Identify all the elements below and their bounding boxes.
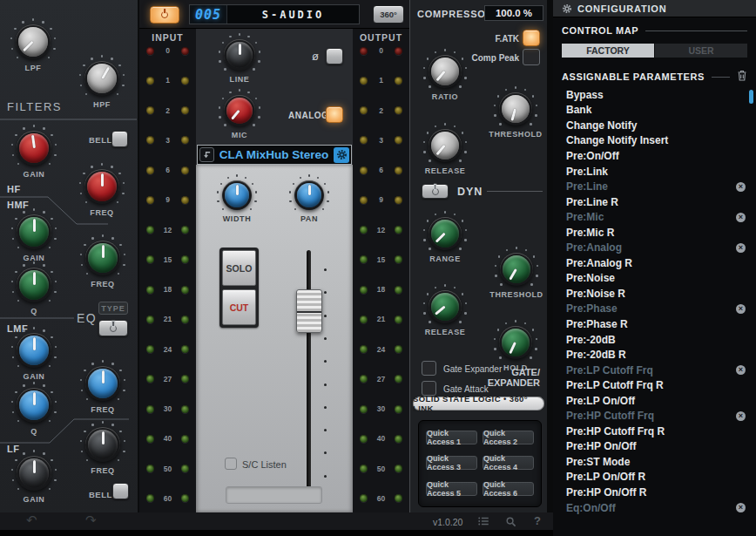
hf-bell-button[interactable] (111, 131, 128, 147)
pan-knob[interactable] (294, 180, 324, 210)
meter-row: 27 (146, 375, 189, 383)
width-knob[interactable] (222, 180, 252, 210)
parameter-row[interactable]: Pre:Noise R (553, 286, 756, 302)
parameter-row[interactable]: Pre:HP On/Off (553, 439, 756, 455)
quick-access-button[interactable]: Quick Access 1 (426, 431, 477, 444)
parameter-row[interactable]: Pre:-20dB R (553, 347, 756, 363)
parameter-row[interactable]: Bank (553, 103, 756, 119)
lmf-q-knob[interactable] (17, 388, 51, 423)
remove-parameter-icon[interactable]: × (736, 304, 746, 314)
parameter-row[interactable]: Pre:Mic× (553, 209, 756, 225)
analog-button[interactable] (326, 106, 343, 123)
quick-access-button[interactable]: Quick Access 3 (426, 456, 477, 470)
redo-icon[interactable]: ↷ (85, 512, 97, 528)
parameter-row[interactable]: Bypass (553, 87, 756, 103)
line-gain-knob[interactable] (224, 39, 255, 71)
remove-parameter-icon[interactable]: × (736, 182, 746, 192)
parameter-row[interactable]: Pre:Line× (553, 179, 756, 194)
phase-button[interactable] (326, 48, 343, 64)
hold-knob[interactable] (499, 326, 532, 359)
sc-listen-checkbox[interactable] (225, 458, 237, 470)
dyn-threshold-knob[interactable] (500, 253, 533, 286)
dyn-release-knob[interactable] (429, 290, 462, 323)
link-360-button[interactable]: 360° (373, 5, 404, 24)
parameter-row[interactable]: Pre:HP On/Off R (553, 485, 756, 500)
scrollbar-thumb[interactable] (749, 90, 753, 104)
trash-icon[interactable] (737, 69, 747, 85)
lf-bell-button[interactable] (112, 483, 129, 499)
undo-icon[interactable]: ↶ (26, 512, 37, 528)
remove-parameter-icon[interactable]: × (736, 365, 746, 375)
parameter-row[interactable]: Pre:HP Cutoff Frq× (553, 408, 756, 424)
parameter-row[interactable]: Pre:Noise (553, 271, 756, 287)
knob-tick (465, 229, 468, 232)
dyn-power-button[interactable] (422, 184, 449, 199)
channel-name-field[interactable] (226, 486, 322, 504)
preset-list-icon[interactable] (477, 515, 490, 531)
insert-back-button[interactable] (199, 147, 214, 162)
knob-tick (54, 479, 57, 482)
help-icon[interactable]: ? (534, 514, 541, 527)
meter-led (146, 375, 154, 383)
eq-type-button[interactable]: TYPE (98, 302, 128, 315)
parameter-row[interactable]: Pre:LP On/Off R (553, 470, 756, 485)
meter-scale-number: 27 (164, 375, 172, 383)
lf-freq-knob[interactable] (85, 427, 120, 462)
gate-expander-checkbox[interactable] (422, 361, 436, 376)
parameter-row[interactable]: Change Notify Insert (553, 133, 756, 149)
parameter-row[interactable]: Pre:Analog× (553, 240, 756, 255)
parameter-row[interactable]: Change Notify (553, 118, 756, 133)
fast-attack-button[interactable] (523, 30, 540, 46)
hf-freq-knob[interactable] (84, 169, 119, 204)
parameter-row[interactable]: Pre:On/Off (553, 148, 756, 164)
parameter-row[interactable]: Pre:HP Cutoff Frq R (553, 424, 756, 439)
parameter-row[interactable]: Pre:Phase R (553, 316, 756, 332)
lpf-knob[interactable] (16, 24, 51, 59)
parameter-row[interactable]: Pre:ST Mode (553, 454, 756, 470)
search-icon[interactable] (505, 515, 516, 531)
parameter-row[interactable]: Eq:On/Off× (553, 500, 756, 516)
quick-access-button[interactable]: Quick Access 6 (483, 482, 534, 496)
knob-tick (227, 177, 230, 180)
comp-threshold-knob[interactable] (499, 92, 532, 126)
tab-factory[interactable]: FACTORY (562, 44, 654, 58)
remove-parameter-icon[interactable]: × (736, 243, 746, 253)
comp-release-knob[interactable] (429, 129, 462, 162)
mic-gain-knob[interactable] (224, 95, 255, 126)
solo-button[interactable]: SOLO (222, 250, 256, 286)
hmf-gain-knob[interactable] (17, 214, 51, 249)
parameter-row[interactable]: Pre:Phase× (553, 302, 756, 317)
hf-gain-knob[interactable] (17, 131, 51, 166)
hpf-knob[interactable] (84, 61, 119, 96)
fader-handle[interactable] (296, 289, 322, 333)
remove-parameter-icon[interactable]: × (736, 503, 746, 512)
fader-track[interactable] (307, 250, 311, 495)
channel-power-button[interactable] (150, 6, 179, 24)
lmf-gain-knob[interactable] (17, 333, 51, 368)
remove-parameter-icon[interactable]: × (736, 411, 746, 421)
eq-power-button[interactable] (98, 320, 128, 336)
remove-parameter-icon[interactable]: × (736, 213, 746, 222)
hmf-q-knob[interactable] (17, 268, 51, 302)
parameter-row[interactable]: Pre:Analog R (553, 255, 756, 271)
parameter-row[interactable]: Pre:LP Cutoff Frq× (553, 363, 756, 378)
parameter-row[interactable]: Pre:Mic R (553, 225, 756, 241)
ratio-knob[interactable] (429, 55, 462, 88)
hmf-freq-knob[interactable] (85, 241, 120, 275)
compressor-amount-display[interactable]: 100.0 % (484, 5, 543, 21)
quick-access-button[interactable]: Quick Access 4 (483, 456, 534, 470)
parameter-row[interactable]: Pre:Line R (553, 194, 756, 210)
range-knob[interactable] (429, 217, 462, 250)
parameter-row[interactable]: Pre:-20dB (553, 332, 756, 348)
quick-access-button[interactable]: Quick Access 2 (483, 431, 534, 444)
tab-user[interactable]: USER (655, 44, 747, 58)
lf-gain-knob[interactable] (17, 456, 51, 491)
lmf-freq-knob[interactable] (85, 366, 120, 401)
parameter-row[interactable]: Pre:LP On/Off (553, 393, 756, 409)
parameter-row[interactable]: Pre:Link (553, 164, 756, 180)
plugin-settings-button[interactable] (334, 147, 349, 163)
quick-access-button[interactable]: Quick Access 5 (426, 482, 477, 496)
cut-button[interactable]: CUT (222, 289, 256, 325)
comp-peak-checkbox[interactable] (523, 49, 540, 65)
parameter-row[interactable]: Pre:LP Cutoff Frq R (553, 377, 756, 393)
